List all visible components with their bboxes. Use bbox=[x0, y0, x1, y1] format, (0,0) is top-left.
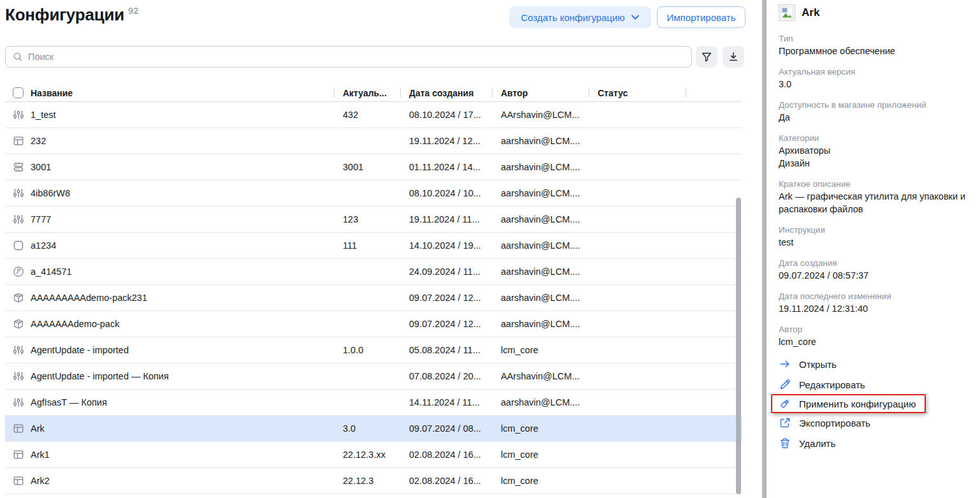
server-icon bbox=[13, 161, 31, 173]
field-value: Архиваторы bbox=[779, 144, 980, 157]
table-row[interactable]: 777712319.11.2024 / 11...aarshavin@LCM..… bbox=[5, 207, 742, 233]
field-value: 09.07.2024 / 08:57:37 bbox=[779, 269, 980, 282]
action-label: Применить конфигурацию bbox=[799, 399, 916, 409]
sliders-icon bbox=[13, 370, 31, 382]
table-row[interactable]: Ark222.12.302.08.2024 / 16...lcm_core bbox=[5, 468, 742, 494]
row-version: 3.0 bbox=[334, 423, 400, 434]
detail-field: Доступность в магазине приложенийДа bbox=[779, 99, 980, 124]
row-created: 09.07.2024 / 08... bbox=[400, 423, 492, 434]
sliders-icon bbox=[13, 397, 31, 408]
table-row[interactable]: 1_test43208.10.2024 / 17...AArshavin@LCM… bbox=[5, 102, 742, 128]
action-редактировать[interactable]: Редактировать bbox=[779, 377, 980, 392]
sliders-icon bbox=[13, 214, 31, 225]
action-применить-конфигурацию[interactable]: Применить конфигурацию bbox=[771, 394, 926, 413]
row-author: lcm_core bbox=[492, 423, 589, 434]
row-version: 22.12.3.xx bbox=[334, 450, 400, 460]
row-name: a_414571 bbox=[31, 267, 334, 277]
table-scrollbar[interactable] bbox=[736, 198, 741, 494]
table-row[interactable]: AgentUpdate - imported — Копия07.08.2024… bbox=[5, 363, 742, 390]
select-all-checkbox[interactable] bbox=[13, 87, 24, 98]
row-created: 14.10.2024 / 19... bbox=[400, 240, 492, 251]
table-row[interactable]: AgentUpdate - imported1.0.005.08.2024 / … bbox=[5, 337, 742, 363]
detail-field: ТипПрограммное обеспечение bbox=[779, 33, 980, 57]
panel-actions: ОткрытьРедактироватьПрименить конфигурац… bbox=[779, 356, 980, 456]
filter-button[interactable] bbox=[696, 46, 717, 68]
row-name: AAAAAAAdemo-pack bbox=[31, 319, 334, 329]
row-created: 08.10.2024 / 10... bbox=[400, 188, 492, 198]
row-created: 02.08.2024 / 16... bbox=[400, 476, 492, 486]
table-row[interactable]: a123411114.10.2024 / 19...aarshavin@LCM.… bbox=[5, 233, 742, 259]
column-header-name[interactable]: Название bbox=[31, 84, 334, 101]
search-bar bbox=[5, 46, 692, 68]
search-icon bbox=[13, 52, 23, 62]
row-name: 4ib86rW8 bbox=[31, 188, 334, 198]
column-header-status[interactable]: Статус bbox=[589, 84, 686, 101]
action-открыть[interactable]: Открыть bbox=[779, 356, 980, 372]
row-author: aarshavin@LCM.... bbox=[492, 188, 589, 198]
create-configuration-button[interactable]: Создать конфигурацию bbox=[509, 6, 651, 28]
table-row[interactable]: 3001300101.11.2024 / 14...aarshavin@LCM.… bbox=[5, 154, 742, 180]
app-thumbnail-icon bbox=[779, 4, 795, 21]
import-label: Импортировать bbox=[667, 12, 735, 23]
row-created: 09.07.2024 / 12... bbox=[400, 293, 492, 303]
row-created: 19.11.2024 / 11... bbox=[400, 214, 492, 224]
row-author: aarshavin@LCM.... bbox=[492, 319, 589, 329]
download-button[interactable] bbox=[723, 46, 744, 68]
table-row[interactable]: AgfIsasT — Копия14.11.2024 / 11...aarsha… bbox=[5, 390, 742, 416]
field-value: Ark — графическая утилита для упаковки и… bbox=[779, 190, 980, 216]
details-panel: Ark ТипПрограммное обеспечениеАктуальная… bbox=[767, 0, 980, 498]
table-row[interactable]: 4ib86rW808.10.2024 / 10...aarshavin@LCM.… bbox=[5, 180, 742, 207]
panel-title: Ark bbox=[802, 6, 819, 19]
row-created: 24.09.2024 / 11... bbox=[400, 267, 492, 277]
field-label: Дата создания bbox=[779, 257, 980, 269]
column-header-author[interactable]: Автор bbox=[492, 84, 589, 101]
board-icon bbox=[13, 135, 31, 147]
pencil-icon bbox=[779, 378, 791, 391]
search-input[interactable] bbox=[28, 52, 691, 62]
row-name: 7777 bbox=[31, 214, 334, 224]
table-row[interactable]: AAAAAAAdemo-pack09.07.2024 / 12...aarsha… bbox=[5, 311, 742, 337]
row-author: aarshavin@LCM.... bbox=[492, 240, 589, 251]
table-row[interactable]: a_41457124.09.2024 / 11...aarshavin@LCM.… bbox=[5, 259, 742, 285]
board-icon bbox=[13, 449, 31, 460]
column-header-version[interactable]: Актуаль... bbox=[334, 84, 400, 101]
usb-drive-icon bbox=[779, 397, 791, 410]
row-name: AgfIsasT — Копия bbox=[31, 397, 334, 407]
wrench-circle-icon bbox=[13, 266, 31, 277]
table-body: 1_test43208.10.2024 / 17...AArshavin@LCM… bbox=[5, 102, 742, 494]
import-button[interactable]: Импортировать bbox=[657, 6, 746, 28]
row-author: aarshavin@LCM.... bbox=[492, 214, 589, 224]
row-created: 19.11.2024 / 12... bbox=[400, 136, 492, 146]
download-icon bbox=[728, 51, 739, 62]
package-icon bbox=[13, 318, 31, 330]
field-value: lcm_core bbox=[779, 335, 980, 348]
table-row[interactable]: Ark122.12.3.xx02.08.2024 / 16...lcm_core bbox=[5, 442, 742, 468]
action-удалить[interactable]: Удалить bbox=[779, 436, 980, 451]
field-label: Дата последнего изменения bbox=[779, 290, 980, 302]
table-row[interactable]: Ark3.009.07.2024 / 08...lcm_core bbox=[5, 416, 742, 442]
table-row[interactable]: 23219.11.2024 / 12...aarshavin@LCM.... bbox=[5, 128, 742, 154]
board-icon bbox=[13, 423, 31, 434]
action-label: Открыть bbox=[799, 359, 837, 370]
row-name: Ark1 bbox=[31, 450, 334, 460]
action-label: Редактировать bbox=[799, 379, 865, 390]
row-name: Ark bbox=[31, 423, 334, 434]
detail-field: Краткое описаниеArk — графическая утилит… bbox=[779, 178, 980, 216]
chevron-down-icon bbox=[631, 15, 639, 20]
trash-icon bbox=[779, 437, 791, 450]
row-version: 22.12.3 bbox=[334, 476, 400, 486]
sliders-icon bbox=[13, 187, 31, 199]
row-author: aarshavin@LCM.... bbox=[492, 267, 589, 277]
row-version: 111 bbox=[334, 240, 400, 251]
panel-fields: ТипПрограммное обеспечениеАктуальная вер… bbox=[779, 33, 980, 348]
configurations-table: Название Актуаль... Дата создания Автор … bbox=[5, 84, 742, 494]
table-row[interactable]: AAAAAAAAAdemo-pack23109.07.2024 / 12...a… bbox=[5, 285, 742, 311]
row-name: Ark2 bbox=[31, 476, 334, 486]
row-created: 07.08.2024 / 20... bbox=[400, 371, 492, 381]
column-header-created[interactable]: Дата создания bbox=[400, 84, 492, 101]
page-title: Конфигурации92 bbox=[5, 5, 138, 25]
field-label: Краткое описание bbox=[779, 178, 980, 190]
field-value: Программное обеспечение bbox=[779, 45, 980, 57]
action-экспортировать[interactable]: Экспортировать bbox=[779, 415, 980, 430]
row-name: AgentUpdate - imported — Копия bbox=[31, 371, 334, 381]
